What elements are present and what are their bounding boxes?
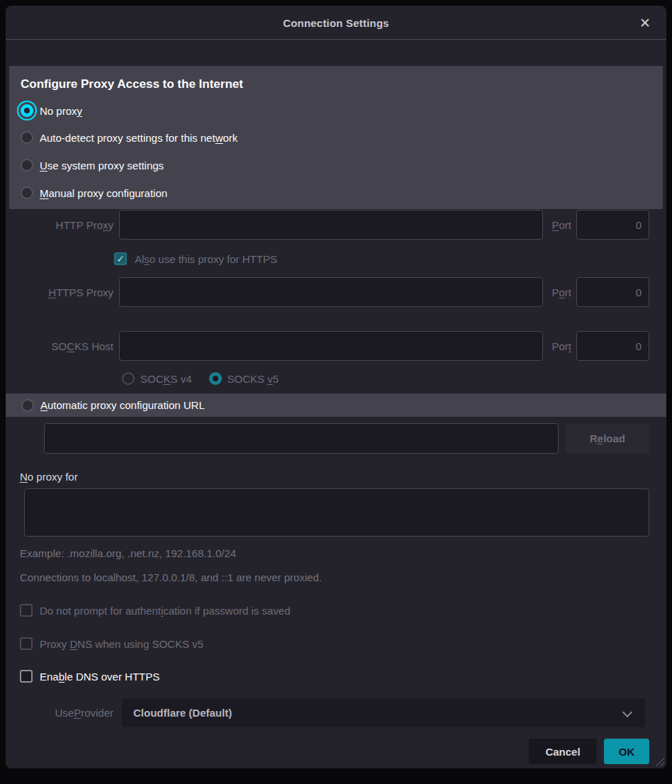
https-proxy-input[interactable] — [119, 277, 543, 307]
radio-option-auto-detect[interactable]: Auto-detect proxy settings for this netw… — [21, 128, 237, 147]
checkbox-unchecked-icon[interactable] — [20, 637, 33, 650]
cancel-button[interactable]: Cancel — [529, 739, 597, 764]
also-https-checkbox-row[interactable]: ✓ Also use this proxy for HTTPS — [114, 250, 277, 268]
dialog-title: Connection Settings — [6, 6, 666, 40]
chevron-down-icon — [624, 709, 631, 716]
check-icon: ✓ — [116, 253, 125, 264]
https-port-input[interactable] — [576, 277, 649, 307]
radio-unselected-icon[interactable] — [21, 159, 33, 172]
radio-selected-icon[interactable] — [21, 104, 33, 117]
close-icon: ✕ — [639, 15, 651, 31]
no-proxy-for-label: No proxy for — [20, 467, 78, 486]
checkbox-unchecked-icon[interactable] — [20, 604, 33, 617]
socks-v4-radio-icon[interactable] — [122, 372, 135, 385]
https-proxy-label: HTTPS Proxy — [6, 277, 113, 307]
no-proxy-for-textarea[interactable] — [24, 488, 649, 537]
socks-v5-radio-icon[interactable] — [209, 372, 222, 385]
socks-port-input[interactable] — [576, 331, 649, 361]
socks-host-input[interactable] — [119, 331, 543, 361]
http-proxy-input[interactable] — [119, 210, 543, 240]
dialog-titlebar: Connection Settings ✕ — [6, 6, 666, 40]
ok-button[interactable]: OK — [604, 739, 649, 764]
auto-url-label: Automatic proxy configuration URL — [40, 399, 205, 411]
radio-option-manual-proxy[interactable]: Manual proxy configuration — [21, 184, 167, 202]
radio-option-no-proxy[interactable]: No proxy — [21, 101, 82, 120]
checkbox-row-dns-over-https[interactable]: Enable DNS over HTTPS — [20, 667, 159, 685]
use-provider-label: Use Provider — [6, 698, 113, 727]
connection-settings-dialog: Connection Settings ✕ Configure Proxy Ac… — [6, 6, 666, 768]
panel-heading: Configure Proxy Access to the Internet — [21, 77, 243, 91]
http-port-label: Port — [539, 210, 571, 240]
radio-unselected-icon[interactable] — [21, 186, 33, 199]
proxy-mode-panel: Configure Proxy Access to the Internet N… — [9, 66, 663, 209]
socks-host-label: SOCKS Host — [6, 331, 113, 361]
socks-port-label: Port — [539, 331, 571, 361]
http-port-input[interactable] — [576, 210, 649, 240]
checkbox-label: Do not prompt for authentication if pass… — [40, 605, 291, 617]
radio-option-system-proxy[interactable]: Use system proxy settings — [21, 156, 164, 174]
radio-unselected-icon[interactable] — [21, 399, 34, 412]
socks-v4-label: SOCKS v4 — [140, 373, 192, 385]
checkbox-checked-icon[interactable]: ✓ — [114, 252, 127, 265]
checkbox-label: Enable DNS over HTTPS — [40, 671, 159, 683]
socks-version-row: SOCKS v4 SOCKS v5 — [122, 369, 279, 388]
checkbox-row-no-auth-prompt[interactable]: Do not prompt for authentication if pass… — [20, 601, 291, 620]
provider-selected-value: Cloudflare (Default) — [133, 707, 232, 719]
checkbox-unchecked-icon[interactable] — [20, 670, 33, 683]
radio-unselected-icon[interactable] — [21, 131, 33, 144]
provider-select[interactable]: Cloudflare (Default) — [122, 698, 645, 727]
no-proxy-example-text: Example: .mozilla.org, .net.nz, 192.168.… — [20, 544, 236, 562]
https-port-label: Port — [539, 277, 571, 307]
also-https-label: Also use this proxy for HTTPS — [135, 253, 277, 265]
reload-button[interactable]: Reload — [566, 423, 649, 454]
radio-option-label: Manual proxy configuration — [40, 187, 167, 199]
radio-option-label: Use system proxy settings — [40, 159, 164, 172]
checkbox-label: Proxy DNS when using SOCKS v5 — [40, 638, 203, 650]
checkbox-row-proxy-dns[interactable]: Proxy DNS when using SOCKS v5 — [20, 634, 203, 653]
http-proxy-label: HTTP Proxy — [6, 210, 113, 240]
resize-grip[interactable] — [654, 756, 664, 766]
localhost-note-text: Connections to localhost, 127.0.0.1/8, a… — [20, 568, 322, 586]
auto-url-input[interactable] — [44, 423, 559, 454]
radio-option-label: No proxy — [40, 105, 82, 117]
close-button[interactable]: ✕ — [635, 13, 655, 33]
radio-option-label: Auto-detect proxy settings for this netw… — [40, 132, 237, 144]
dialog-footer: Cancel OK — [529, 739, 649, 764]
socks-v5-label: SOCKS v5 — [228, 373, 279, 385]
radio-option-auto-url[interactable]: Automatic proxy configuration URL — [6, 393, 666, 417]
